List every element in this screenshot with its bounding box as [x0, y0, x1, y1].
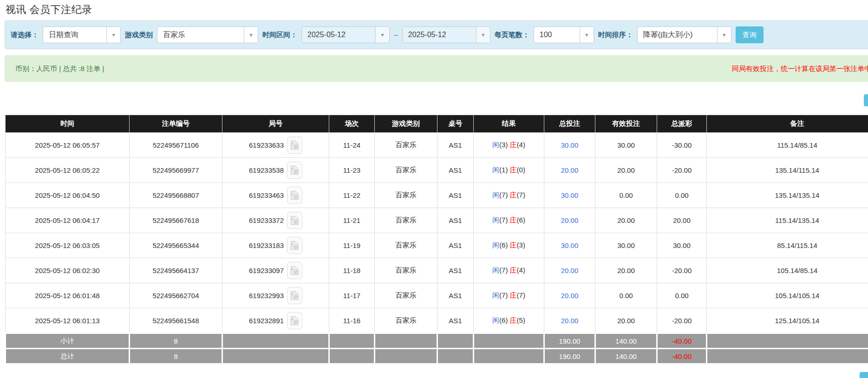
date-to-value: 2025-05-12	[403, 27, 476, 43]
video-file-icon	[290, 266, 299, 275]
player-result-label: 闲	[492, 241, 499, 249]
total-empty-cell	[222, 349, 329, 364]
chevron-down-icon: ▾	[717, 27, 731, 43]
cell-valid-bet: 30.00	[595, 133, 657, 158]
total-empty-cell	[437, 349, 474, 364]
subtotal-count: 8	[130, 333, 222, 349]
subtotal-empty-cell	[437, 333, 474, 349]
total-bet-link[interactable]: 20.00	[561, 317, 579, 325]
table-row: 2025-05-12 06:05:22 522495669977 6192335…	[6, 158, 868, 183]
cell-total-bet: 20.00	[544, 258, 595, 283]
cell-note: 115.14/85.14	[707, 133, 868, 158]
table-row: 2025-05-12 06:03:05 522495665344 6192331…	[6, 233, 868, 258]
total-bet-link[interactable]: 20.00	[561, 216, 579, 224]
total-bet-link[interactable]: 30.00	[561, 191, 579, 199]
total-bet-link[interactable]: 20.00	[561, 166, 579, 174]
banker-result-count: (6)	[517, 216, 525, 224]
game-type-select[interactable]: 百家乐 ▾	[157, 26, 258, 43]
cell-note: 135.14/135.14	[707, 183, 868, 208]
round-id-text: 619233538	[249, 166, 284, 174]
cell-valid-bet: 0.00	[595, 183, 657, 208]
video-replay-button[interactable]	[287, 287, 302, 304]
video-file-icon	[290, 316, 299, 326]
cell-game-type: 百家乐	[375, 133, 437, 158]
cell-round-id: 619232993	[222, 283, 329, 308]
video-replay-button[interactable]	[287, 187, 302, 204]
column-header: 游戏类别	[375, 115, 437, 133]
video-file-icon	[290, 165, 299, 175]
cell-round-id: 619233633	[222, 133, 329, 158]
column-header: 时间	[6, 115, 130, 133]
round-id-text: 619233633	[249, 141, 284, 149]
corner-action-button[interactable]	[860, 372, 868, 378]
cell-table-no: AS1	[437, 308, 474, 333]
player-result-label: 闲	[492, 291, 499, 299]
cell-bet-id: 522495669977	[130, 158, 222, 183]
banker-result-count: (0)	[517, 166, 525, 174]
cell-table-no: AS1	[437, 283, 474, 308]
cell-payout: 20.00	[657, 208, 707, 233]
per-page-label: 每页笔数：	[495, 31, 529, 39]
cell-round-id: 619233097	[222, 258, 329, 283]
subtotal-valid-bet: 140.00	[595, 333, 657, 349]
banker-result-label: 庄	[510, 141, 517, 149]
cell-time: 2025-05-12 06:05:22	[6, 158, 130, 183]
time-sort-select[interactable]: 降幂(由大到小) ▾	[637, 26, 731, 43]
total-bet-link[interactable]: 20.00	[561, 292, 579, 300]
cell-time: 2025-05-12 06:03:05	[6, 233, 130, 258]
round-id-text: 619233183	[249, 241, 284, 249]
video-replay-button[interactable]	[287, 262, 302, 279]
cell-total-bet: 20.00	[544, 308, 595, 333]
cell-note: 105.14/85.14	[707, 258, 868, 283]
cell-total-bet: 20.00	[544, 158, 595, 183]
table-row: 2025-05-12 06:01:48 522495662704 6192329…	[6, 283, 868, 308]
cell-note: 115.14/135.14	[707, 208, 868, 233]
cell-game-type: 百家乐	[375, 183, 437, 208]
side-panel-tab-button[interactable]	[864, 94, 868, 106]
round-id-text: 619233097	[249, 267, 284, 274]
total-payout: -40.00	[657, 349, 707, 364]
cell-result: 闲(7) 庄(7)	[474, 183, 544, 208]
total-bet-link[interactable]: 30.00	[561, 141, 579, 149]
player-result-count: (7)	[499, 266, 508, 274]
date-to-select[interactable]: 2025-05-12 ▾	[402, 26, 490, 43]
cell-total-bet: 20.00	[544, 283, 595, 308]
round-id-text: 619233463	[249, 191, 284, 199]
cell-valid-bet: 20.00	[595, 158, 657, 183]
cell-bet-id: 522495667618	[130, 208, 222, 233]
video-replay-button[interactable]	[287, 162, 302, 179]
cell-payout: -30.00	[657, 133, 707, 158]
cell-payout: -20.00	[657, 158, 707, 183]
subtotal-empty-cell	[474, 333, 544, 349]
page-title: 视讯 会员下注纪录	[6, 3, 92, 17]
banker-result-label: 庄	[510, 316, 517, 324]
total-empty-cell	[707, 349, 868, 364]
chevron-down-icon: ▾	[476, 27, 490, 43]
cell-bet-id: 522495664137	[130, 258, 222, 283]
video-file-icon	[290, 215, 299, 225]
video-file-icon	[290, 241, 299, 250]
column-header: 结果	[474, 115, 544, 133]
video-replay-button[interactable]	[287, 237, 302, 254]
total-bet-link[interactable]: 30.00	[561, 241, 579, 249]
cell-result: 闲(6) 庄(3)	[474, 233, 544, 258]
cell-valid-bet: 0.00	[595, 283, 657, 308]
player-result-count: (1)	[499, 166, 508, 174]
chevron-down-icon: ▾	[580, 27, 594, 43]
per-page-select[interactable]: 100 ▾	[534, 26, 594, 43]
query-type-select[interactable]: 日期查询 ▾	[43, 26, 121, 43]
cell-payout: 0.00	[657, 283, 707, 308]
player-result-label: 闲	[492, 191, 499, 199]
cell-round-id: 619233372	[222, 208, 329, 233]
cell-session: 11-16	[329, 308, 375, 333]
video-replay-button[interactable]	[287, 212, 302, 229]
video-replay-button[interactable]	[287, 312, 302, 329]
cell-round-id: 619233538	[222, 158, 329, 183]
search-button[interactable]: 查询	[736, 26, 764, 43]
video-replay-button[interactable]	[287, 137, 302, 154]
total-bet-link[interactable]: 20.00	[561, 267, 579, 274]
date-from-select[interactable]: 2025-05-12 ▾	[301, 26, 390, 43]
filter-panel: 请选择： 日期查询 ▾ 游戏类别 百家乐 ▾ 时间区间： 2025-05-12 …	[5, 20, 868, 49]
cell-table-no: AS1	[437, 158, 474, 183]
subtotal-label: 小计	[6, 333, 130, 349]
